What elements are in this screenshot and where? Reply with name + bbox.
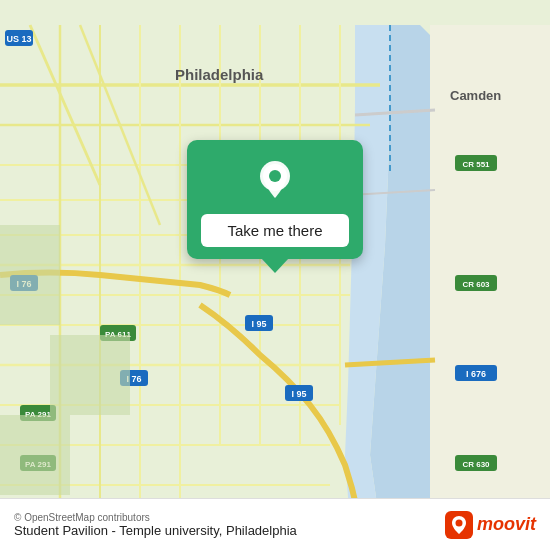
location-name: Student Pavilion - Temple university, Ph… (14, 523, 297, 538)
take-me-there-button[interactable]: Take me there (201, 214, 349, 247)
location-info: © OpenStreetMap contributors Student Pav… (14, 512, 297, 538)
svg-text:I 95: I 95 (251, 319, 266, 329)
map-container: I 76 I 76 I 95 I 95 PA 611 PA 291 PA 291… (0, 0, 550, 550)
svg-text:US 13: US 13 (6, 34, 31, 44)
svg-rect-52 (0, 225, 60, 325)
card-popup: Take me there (187, 140, 363, 259)
svg-rect-54 (0, 415, 70, 495)
svg-text:I 95: I 95 (291, 389, 306, 399)
svg-text:Philadelphia: Philadelphia (175, 66, 264, 83)
svg-text:I 676: I 676 (466, 369, 486, 379)
map-background: I 76 I 76 I 95 I 95 PA 611 PA 291 PA 291… (0, 0, 550, 550)
moovit-logo[interactable]: moovit (445, 511, 536, 539)
card-icon-area (187, 140, 363, 214)
svg-text:CR 630: CR 630 (462, 460, 490, 469)
svg-point-62 (455, 519, 462, 526)
copyright-text: © OpenStreetMap contributors (14, 512, 297, 523)
moovit-logo-icon (445, 511, 473, 539)
svg-text:CR 603: CR 603 (462, 280, 490, 289)
bottom-bar: © OpenStreetMap contributors Student Pav… (0, 498, 550, 550)
location-pin-icon (253, 158, 297, 202)
moovit-text: moovit (477, 514, 536, 535)
svg-point-60 (269, 170, 281, 182)
svg-text:Camden: Camden (450, 88, 501, 103)
svg-rect-53 (50, 335, 130, 415)
svg-text:CR 551: CR 551 (462, 160, 490, 169)
